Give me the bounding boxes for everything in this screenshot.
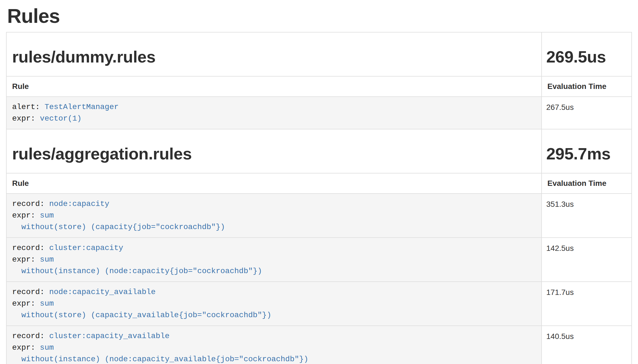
group-header-row: rules/aggregation.rules 295.7ms [6,129,632,173]
rule-eval-time: 171.7us [542,282,632,326]
page-title: Rules [7,5,631,27]
rule-definition-cell: record: node:capacity_available expr: su… [6,282,542,326]
rule-definition: record: node:capacity expr: sum without(… [12,198,536,233]
rule-keyword: record: [12,244,45,252]
rule-group-eval-time-cell: 269.5us [542,32,632,76]
rule-row: record: node:capacity_available expr: su… [6,282,632,326]
rule-eval-time: 140.5us [542,326,632,364]
rule-group-file: rules/aggregation.rules [12,145,536,163]
rule-expr-link[interactable]: sum without(instance) (node:capacity_ava… [12,343,308,363]
rule-expr-link[interactable]: sum without(store) (capacity{job="cockro… [12,211,225,231]
rule-group-eval-time: 269.5us [546,48,627,66]
expr-keyword: expr: [12,211,35,220]
rule-group-eval-time: 295.7ms [546,145,627,163]
rule-expr-link[interactable]: sum without(instance) (node:capacity{job… [12,255,262,275]
rule-column-header: Rule [6,173,542,194]
rule-keyword: record: [12,332,45,340]
rule-definition: record: cluster:capacity_available expr:… [12,330,536,364]
expr-keyword: expr: [12,255,35,264]
rules-page: Rules rules/dummy.rules 269.5us Rule Eva… [0,0,638,364]
rule-eval-time: 351.3us [542,194,632,238]
rules-table: rules/dummy.rules 269.5us Rule Evaluatio… [6,32,632,364]
rule-row: record: cluster:capacity expr: sum witho… [6,238,632,282]
rule-keyword: alert: [12,103,40,111]
rule-definition-cell: record: node:capacity expr: sum without(… [6,194,542,238]
rule-group-file-cell: rules/aggregation.rules [6,129,542,173]
rule-eval-time: 142.5us [542,238,632,282]
rule-definition: alert: TestAlertManager expr: vector(1) [12,101,536,124]
rule-definition-cell: record: cluster:capacity expr: sum witho… [6,238,542,282]
rule-name-link[interactable]: node:capacity [49,200,109,208]
rule-definition-cell: record: cluster:capacity_available expr:… [6,326,542,364]
rule-group-file: rules/dummy.rules [12,48,536,66]
evaluation-time-column-header: Evaluation Time [542,76,632,97]
rule-expr-link[interactable]: vector(1) [40,114,82,123]
rule-group-file-cell: rules/dummy.rules [6,32,542,76]
rule-keyword: record: [12,288,45,296]
rule-definition: record: cluster:capacity expr: sum witho… [12,242,536,277]
rule-name-link[interactable]: cluster:capacity [49,244,123,252]
rule-row: alert: TestAlertManager expr: vector(1) … [6,97,632,129]
column-header-row: Rule Evaluation Time [6,76,632,97]
expr-keyword: expr: [12,299,35,308]
rule-definition: record: node:capacity_available expr: su… [12,286,536,321]
rule-name-link[interactable]: TestAlertManager [45,103,119,111]
rule-eval-time: 267.5us [542,97,632,129]
expr-keyword: expr: [12,114,35,123]
column-header-row: Rule Evaluation Time [6,173,632,194]
evaluation-time-column-header: Evaluation Time [542,173,632,194]
rule-keyword: record: [12,200,45,208]
rule-expr-link[interactable]: sum without(store) (capacity_available{j… [12,299,271,319]
rule-column-header: Rule [6,76,542,97]
group-header-row: rules/dummy.rules 269.5us [6,32,632,76]
rule-name-link[interactable]: cluster:capacity_available [49,332,169,340]
rule-name-link[interactable]: node:capacity_available [49,288,155,296]
rule-definition-cell: alert: TestAlertManager expr: vector(1) [6,97,542,129]
expr-keyword: expr: [12,343,35,352]
rule-group-eval-time-cell: 295.7ms [542,129,632,173]
rule-row: record: node:capacity expr: sum without(… [6,194,632,238]
rule-row: record: cluster:capacity_available expr:… [6,326,632,364]
